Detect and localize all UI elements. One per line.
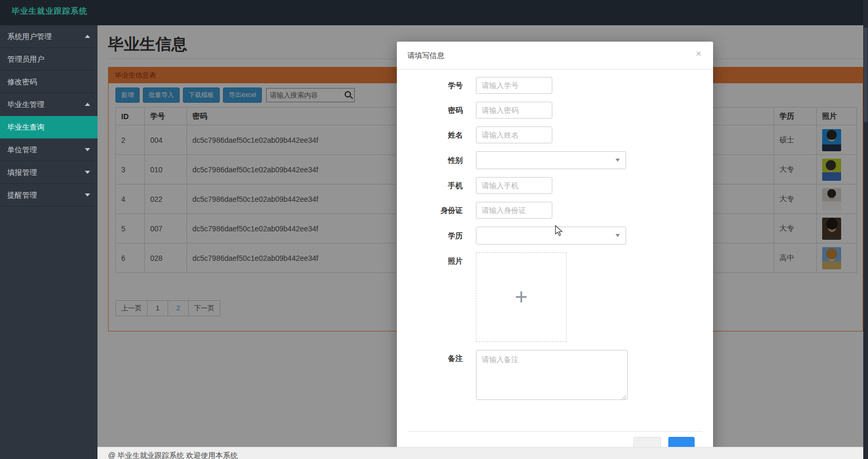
sidebar-item-reminder-mgmt[interactable]: 提醒管理 bbox=[0, 184, 97, 207]
sidebar-item-graduate-query[interactable]: 毕业生查询 bbox=[0, 116, 97, 139]
sidebar-item-change-password[interactable]: 修改密码 bbox=[0, 71, 97, 93]
vertical-scrollbar[interactable] bbox=[863, 0, 868, 459]
sidebar-item-label: 修改密码 bbox=[7, 71, 90, 93]
chevron-down-icon bbox=[85, 148, 90, 151]
modal-body: 学号 密码 姓名 性别 手机 身份证 学历 bbox=[397, 70, 713, 459]
student-no-label: 学号 bbox=[407, 77, 463, 94]
chevron-up-icon bbox=[85, 103, 90, 106]
phone-label: 手机 bbox=[407, 177, 463, 194]
chevron-down-icon bbox=[85, 171, 90, 174]
sidebar-item-label: 提醒管理 bbox=[7, 184, 85, 206]
student-no-input[interactable] bbox=[476, 77, 552, 94]
page-footer: @ 毕业生就业跟踪系统 欢迎使用本系统 bbox=[97, 447, 868, 459]
degree-select[interactable] bbox=[476, 227, 626, 245]
fill-info-modal: 请填写信息 × 学号 密码 姓名 性别 手机 身份证 bbox=[397, 42, 713, 459]
scrollbar-thumb[interactable] bbox=[864, 27, 867, 122]
gender-select[interactable] bbox=[476, 151, 626, 169]
chevron-down-icon bbox=[85, 193, 90, 197]
degree-label: 学历 bbox=[407, 227, 463, 244]
sidebar-item-system-user-mgmt[interactable]: 系统用户管理 bbox=[0, 25, 97, 48]
phone-input[interactable] bbox=[476, 177, 552, 194]
photo-upload[interactable]: + bbox=[476, 252, 567, 342]
sidebar-item-admin-users[interactable]: 管理员用户 bbox=[0, 48, 97, 71]
app-brand[interactable]: 毕业生就业跟踪系统 bbox=[12, 6, 87, 16]
name-label: 姓名 bbox=[407, 126, 463, 143]
password-input[interactable] bbox=[476, 102, 552, 119]
name-input[interactable] bbox=[476, 126, 552, 143]
sidebar-item-label: 填报管理 bbox=[7, 161, 85, 183]
password-label: 密码 bbox=[407, 102, 463, 119]
sidebar-item-label: 毕业生查询 bbox=[7, 116, 90, 138]
sidebar-item-graduate-mgmt[interactable]: 毕业生管理 bbox=[0, 93, 97, 116]
sidebar-item-label: 管理员用户 bbox=[7, 48, 90, 70]
modal-header: 请填写信息 × bbox=[397, 42, 713, 70]
chevron-down-icon bbox=[616, 159, 620, 162]
chevron-up-icon bbox=[85, 35, 90, 38]
close-icon[interactable]: × bbox=[693, 48, 705, 59]
chevron-down-icon bbox=[616, 234, 620, 237]
photo-label: 照片 bbox=[407, 252, 463, 269]
plus-icon: + bbox=[515, 285, 528, 310]
modal-title: 请填写信息 bbox=[407, 51, 444, 60]
sidebar: 系统用户管理 管理员用户 修改密码 毕业生管理 毕业生查询 单位管理 填报管理 … bbox=[0, 25, 97, 459]
sidebar-item-report-mgmt[interactable]: 填报管理 bbox=[0, 161, 97, 184]
gender-label: 性别 bbox=[407, 152, 463, 169]
sidebar-item-company-mgmt[interactable]: 单位管理 bbox=[0, 139, 97, 161]
sidebar-item-label: 系统用户管理 bbox=[7, 25, 85, 47]
copyright-text: @ 毕业生就业跟踪系统 欢迎使用本系统 bbox=[97, 447, 238, 459]
remark-label: 备注 bbox=[407, 350, 463, 367]
sidebar-item-label: 毕业生管理 bbox=[7, 93, 85, 115]
remark-textarea[interactable] bbox=[476, 350, 628, 400]
top-navbar: 毕业生就业跟踪系统 bbox=[0, 0, 868, 25]
id-card-input[interactable] bbox=[476, 202, 552, 219]
sidebar-item-label: 单位管理 bbox=[7, 139, 85, 161]
id-card-label: 身份证 bbox=[407, 202, 463, 219]
